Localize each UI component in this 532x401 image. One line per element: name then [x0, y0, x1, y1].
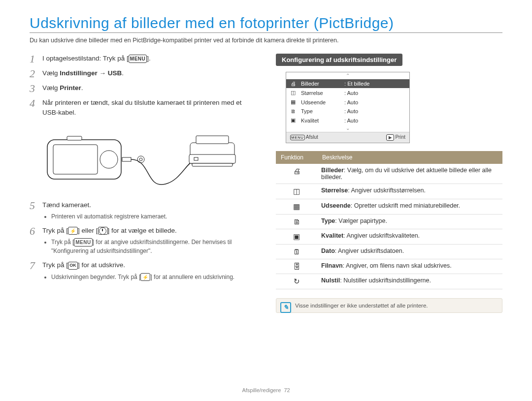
size-icon: ◫ — [289, 90, 297, 96]
step-5: 5 Tænd kameraet. Printeren vil automatis… — [30, 200, 256, 222]
ok-button-icon: OK — [68, 262, 78, 270]
step-3: 3 Vælg Printer. — [30, 83, 256, 94]
file-icon: 🗄 — [276, 259, 317, 274]
step-6: 6 Tryk på [⚡] eller [] for at vælge et b… — [30, 226, 256, 257]
note-box: ✎ Visse indstillinger er ikke understøtt… — [276, 298, 502, 313]
camera-printer-illustration — [42, 125, 239, 194]
svg-rect-3 — [67, 136, 82, 140]
svg-rect-1 — [53, 145, 98, 174]
table-row: ↻ Nulstil: Nulstiller udskriftsindstilli… — [276, 274, 502, 289]
quality-icon: ▣ — [276, 229, 317, 245]
page-footer: Afspille/redigere 72 — [0, 387, 532, 393]
layout-icon: ▦ — [276, 199, 317, 215]
lcd-row: ◫ Størrelse Auto — [286, 88, 409, 97]
paper-icon: 🗎 — [276, 215, 317, 229]
lcd-row: 🗎 Type Auto — [286, 107, 409, 116]
page-intro: Du kan udskrive dine billeder med en Pic… — [30, 37, 502, 44]
reset-icon: ↻ — [276, 274, 317, 289]
lcd-bottom-bar: MENU Afslut ▶ Print — [286, 132, 409, 143]
step-7: 7 Tryk på [OK] for at udskrive. Udskrivn… — [30, 260, 256, 282]
divider — [30, 32, 502, 33]
svg-point-2 — [100, 151, 118, 168]
scroll-up-icon: ⌃ — [286, 72, 409, 79]
table-row: 🗎 Type: Vælger papirtype. — [276, 215, 502, 229]
page-title: Udskrivning af billeder med en fotoprint… — [30, 15, 502, 31]
paper-icon: 🗎 — [289, 108, 297, 114]
left-column: 1 I optagelsestilstand: Tryk på [MENU]. … — [30, 54, 256, 313]
table-row: ▦ Udseende: Opretter udskrift med miniat… — [276, 199, 502, 215]
menu-button-icon: MENU — [129, 55, 147, 63]
table-row: 🗓 Dato: Angiver udskriftsdatoen. — [276, 245, 502, 259]
svg-rect-4 — [122, 157, 131, 161]
flash-button-icon: ⚡ — [68, 227, 78, 235]
step-1: 1 I optagelsestilstand: Tryk på [MENU]. — [30, 54, 256, 64]
printer-icon: 🖨 — [276, 164, 317, 184]
layout-icon: ▦ — [289, 99, 297, 105]
table-row: ◫ Størrelse: Angiver udskriftsstørrelsen… — [276, 184, 502, 199]
svg-rect-10 — [196, 136, 229, 144]
right-column: Konfigurering af udskriftsindstillinger … — [276, 54, 502, 313]
table-row: ▣ Kvalitet: Angiver udskriftskvaliteten. — [276, 229, 502, 245]
lcd-row: ▣ Kvalitet Auto — [286, 116, 409, 125]
th-description: Beskrivelse — [317, 151, 502, 164]
play-button-icon: ▶ — [386, 134, 394, 141]
lcd-rows: 🖨 Billeder Et billede ◫ Størrelse Auto ▦… — [286, 79, 409, 125]
quality-icon: ▣ — [289, 117, 297, 123]
table-row: 🖨 Billeder: Vælg, om du vil udskrive det… — [276, 164, 502, 184]
menu-button-icon: MENU — [74, 238, 92, 247]
step-2: 2 Vælg Indstillinger → USB. — [30, 68, 256, 79]
table-row: 🗄 Filnavn: Angiver, om filens navn skal … — [276, 259, 502, 274]
section-heading: Konfigurering af udskriftsindstillinger — [276, 54, 402, 66]
svg-rect-11 — [194, 157, 198, 160]
size-icon: ◫ — [276, 184, 317, 199]
settings-table: Funktion Beskrivelse 🖨 Billeder: Vælg, o… — [276, 151, 502, 289]
timer-button-icon — [98, 227, 108, 235]
scroll-down-icon: ⌄ — [286, 125, 409, 132]
svg-point-6 — [139, 158, 142, 161]
info-icon: ✎ — [280, 302, 291, 313]
date-icon: 🗓 — [276, 245, 317, 259]
lcd-preview: ⌃ 🖨 Billeder Et billede ◫ Størrelse Auto… — [286, 72, 410, 143]
flash-button-icon: ⚡ — [140, 273, 150, 281]
svg-rect-9 — [192, 163, 233, 166]
lcd-row: ▦ Udseende Auto — [286, 97, 409, 107]
lcd-row-selected: 🖨 Billeder Et billede — [286, 79, 409, 88]
th-function: Funktion — [276, 151, 317, 164]
printer-icon: 🖨 — [289, 81, 297, 87]
menu-button-icon: MENU — [290, 135, 305, 140]
step-4: 4 Når printeren er tændt, skal du tilslu… — [30, 98, 256, 118]
